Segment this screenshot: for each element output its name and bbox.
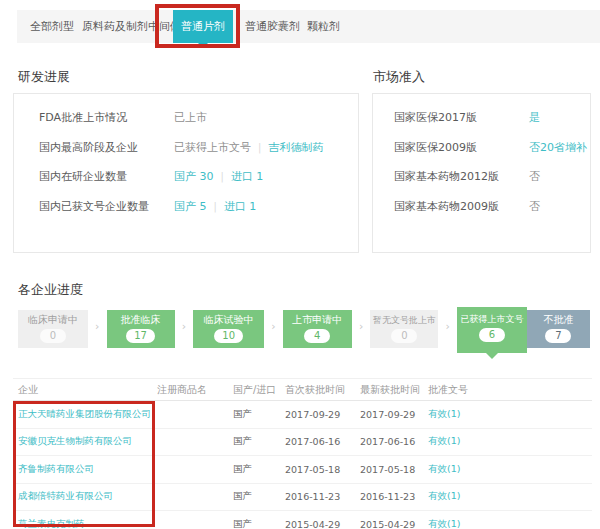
stage-label: 临床试验中 <box>193 314 264 326</box>
col-header-license: 批准文号 <box>428 383 592 397</box>
latest-date-cell: 2017-09-29 <box>360 409 428 420</box>
rd-row-label: 国内最高阶段及企业 <box>39 140 174 155</box>
col-header-latest: 最新获批时间 <box>360 383 428 397</box>
domestic-count-link[interactable]: 国产 30 <box>174 169 214 184</box>
rd-row-label: 国内在研企业数量 <box>39 169 174 184</box>
origin-cell: 国产 <box>233 408 285 421</box>
import-count-link[interactable]: 进口 1 <box>231 169 264 184</box>
company-link-gilead[interactable]: 吉利德制药 <box>268 140 323 155</box>
latest-date-cell: 2016-11-23 <box>360 491 428 502</box>
license-link[interactable]: 有效(1) <box>428 463 592 476</box>
rd-row-label: 国内已获文号企业数量 <box>39 199 174 214</box>
table-row: 成都倍特药业有限公司 国产 2016-11-23 2016-11-23 有效(1… <box>13 484 592 512</box>
fda-status-value: 已上市 <box>174 110 207 125</box>
first-date-cell: 2015-04-29 <box>285 519 360 529</box>
eml2012-value: 否 <box>529 169 540 184</box>
rd-progress-card: FDA批准上市情况 已上市 国内最高阶段及企业 已获得上市文号 | 吉利德制药 … <box>13 93 359 253</box>
stage-in-trial[interactable]: 临床试验中 10 <box>193 310 264 348</box>
latest-date-cell: 2017-05-18 <box>360 464 428 475</box>
license-link[interactable]: 有效(1) <box>428 490 592 503</box>
stage-nda-filed[interactable]: 上市申请中 4 <box>283 310 352 348</box>
stage-clinical-approved[interactable]: 批准临床 17 <box>107 310 175 348</box>
rd-row-active-companies: 国内在研企业数量 国产 30 | 进口 1 <box>39 162 358 192</box>
stage-rejected[interactable]: 不批准 7 <box>527 310 590 348</box>
stage-no-license[interactable]: 暂无文号批上市 0 <box>370 310 438 348</box>
table-row: 正大天晴药业集团股份有限公司 国产 2017-09-29 2017-09-29 … <box>13 401 592 429</box>
market-access-title: 市场准入 <box>373 68 425 86</box>
stage-label: 批准临床 <box>107 314 175 326</box>
import-count-link[interactable]: 进口 1 <box>224 199 257 214</box>
tab-api-intermediates[interactable]: 原料药及制剂中间体 <box>82 10 181 43</box>
first-date-cell: 2016-11-23 <box>285 491 360 502</box>
origin-cell: 国产 <box>233 490 285 503</box>
stage-licensed-selected[interactable]: 已获得上市文号 6 <box>457 307 527 353</box>
rd-row-licensed-companies: 国内已获文号企业数量 国产 5 | 进口 1 <box>39 192 358 222</box>
latest-date-cell: 2015-04-29 <box>360 519 428 529</box>
stage-label: 暂无文号批上市 <box>370 314 438 326</box>
nrdl2017-value: 是 <box>529 110 540 125</box>
company-link[interactable]: 葛兰素史克制药 <box>13 518 157 529</box>
company-link[interactable]: 安徽贝克生物制药有限公司 <box>13 435 157 448</box>
col-header-origin: 国产/进口 <box>233 383 285 397</box>
company-link[interactable]: 正大天晴药业集团股份有限公司 <box>13 408 157 421</box>
origin-cell: 国产 <box>233 518 285 529</box>
company-progress-title: 各企业进度 <box>18 281 83 299</box>
license-link[interactable]: 有效(1) <box>428 518 592 529</box>
chevron-right-icon: › <box>438 322 457 332</box>
value-separator: | <box>214 201 217 212</box>
origin-cell: 国产 <box>233 463 285 476</box>
first-date-cell: 2017-05-18 <box>285 464 360 475</box>
companies-table: 企业 注册商品名 国产/进口 首次获批时间 最新获批时间 批准文号 正大天晴药业… <box>13 378 592 529</box>
eml2009-value: 否 <box>529 199 540 214</box>
stage-clinical-applying[interactable]: 临床申请中 0 <box>18 310 88 348</box>
stage-count-badge: 4 <box>304 329 330 343</box>
company-link[interactable]: 成都倍特药业有限公司 <box>13 490 157 503</box>
chevron-right-icon: › <box>352 322 371 332</box>
ma-row-nrdl2009: 国家医保2009版 否20省增补 <box>394 133 590 163</box>
first-date-cell: 2017-09-29 <box>285 409 360 420</box>
chevron-right-icon: › <box>88 322 107 332</box>
market-access-card: 国家医保2017版 是 国家医保2009版 否20省增补 国家基本药物2012版… <box>372 93 591 253</box>
rd-row-highest-stage: 国内最高阶段及企业 已获得上市文号 | 吉利德制药 <box>39 133 358 163</box>
rd-row-label: FDA批准上市情况 <box>39 110 174 125</box>
stage-count-badge: 10 <box>214 329 243 343</box>
rd-row-fda: FDA批准上市情况 已上市 <box>39 103 358 133</box>
stage-label: 已获得上市文号 <box>457 313 527 325</box>
highest-stage-value: 已获得上市文号 <box>174 140 251 155</box>
tab-plain-tablet-selected[interactable]: 普通片剂 <box>173 10 233 43</box>
ma-row-label: 国家基本药物2012版 <box>394 169 529 184</box>
dosage-form-tabbar: 全部剂型 原料药及制剂中间体 普通片剂 普通胶囊剂 颗粒剂 <box>17 10 600 43</box>
tab-granule[interactable]: 颗粒剂 <box>307 10 340 43</box>
stage-count-badge: 0 <box>40 329 66 343</box>
pharma-detail-page: 全部剂型 原料药及制剂中间体 普通片剂 普通胶囊剂 颗粒剂 研发进展 市场准入 … <box>0 0 600 529</box>
col-header-first: 首次获批时间 <box>285 383 360 397</box>
table-row: 安徽贝克生物制药有限公司 国产 2017-06-16 2017-06-16 有效… <box>13 429 592 457</box>
table-row: 齐鲁制药有限公司 国产 2017-05-18 2017-05-18 有效(1) <box>13 456 592 484</box>
tab-capsule[interactable]: 普通胶囊剂 <box>245 10 300 43</box>
latest-date-cell: 2017-06-16 <box>360 436 428 447</box>
chevron-right-icon: › <box>264 322 283 332</box>
table-header-row: 企业 注册商品名 国产/进口 首次获批时间 最新获批时间 批准文号 <box>13 379 592 401</box>
domestic-count-link[interactable]: 国产 5 <box>174 199 207 214</box>
table-row: 葛兰素史克制药 国产 2015-04-29 2015-04-29 有效(1) <box>13 511 592 529</box>
stage-label: 上市申请中 <box>283 314 352 326</box>
ma-row-eml2009: 国家基本药物2009版 否 <box>394 192 590 222</box>
value-separator: | <box>258 142 261 153</box>
ma-row-label: 国家医保2009版 <box>394 140 529 155</box>
ma-row-label: 国家基本药物2009版 <box>394 199 529 214</box>
stage-count-badge: 7 <box>545 329 571 343</box>
chevron-right-icon: › <box>175 322 194 332</box>
tab-all-dosage-forms[interactable]: 全部剂型 <box>30 10 74 43</box>
stage-count-badge: 17 <box>126 329 155 343</box>
stage-count-badge: 6 <box>479 328 505 342</box>
rd-progress-title: 研发进展 <box>18 68 70 86</box>
license-link[interactable]: 有效(1) <box>428 408 592 421</box>
stage-label: 临床申请中 <box>18 314 88 326</box>
company-link[interactable]: 齐鲁制药有限公司 <box>13 463 157 476</box>
progress-pipeline: 临床申请中 0 › 批准临床 17 › 临床试验中 10 › 上市申请中 4 ›… <box>18 307 590 353</box>
license-link[interactable]: 有效(1) <box>428 435 592 448</box>
col-header-company: 企业 <box>13 383 157 397</box>
ma-row-label: 国家医保2017版 <box>394 110 529 125</box>
col-header-brand: 注册商品名 <box>157 383 233 397</box>
stage-label: 不批准 <box>527 314 590 326</box>
